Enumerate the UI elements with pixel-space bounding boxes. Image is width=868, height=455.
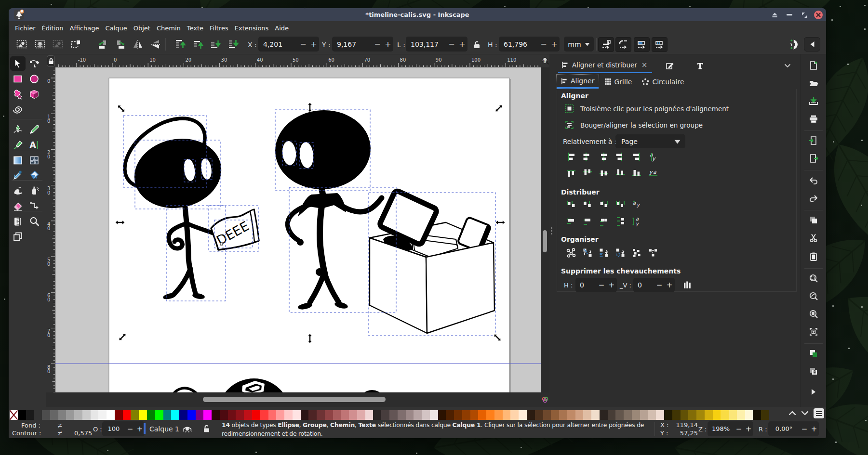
swatch[interactable]	[50, 410, 58, 420]
distribute-text-anchors-vertical[interactable]: ay	[630, 215, 643, 228]
swatch[interactable]	[74, 410, 82, 420]
align-top-to-anchor-bottom[interactable]	[564, 167, 578, 180]
dock-resize-grip[interactable]	[549, 224, 553, 237]
tool-star[interactable]	[10, 87, 26, 102]
remove-overlaps-button[interactable]	[681, 279, 694, 291]
swatch[interactable]	[357, 410, 365, 420]
menu-affichage[interactable]: Affichage	[69, 23, 99, 34]
swatch[interactable]	[373, 410, 381, 420]
redo-button[interactable]	[807, 192, 820, 205]
swatch[interactable]	[688, 410, 696, 420]
lock-guides-button[interactable]	[47, 55, 55, 67]
swatch[interactable]	[656, 410, 664, 420]
swatch[interactable]	[696, 410, 705, 420]
width-spinbox[interactable]: 103,117−+	[406, 37, 467, 52]
dock-collapse-button[interactable]	[779, 58, 796, 73]
swatch[interactable]	[430, 410, 438, 420]
cut-button[interactable]	[807, 232, 820, 244]
align-right-edges[interactable]	[614, 151, 627, 163]
distribute-centers-horizontally[interactable]	[581, 199, 594, 211]
swatch[interactable]	[244, 410, 252, 420]
tab-fill-stroke[interactable]	[660, 58, 680, 73]
swatch[interactable]	[293, 410, 301, 420]
tab-grille[interactable]: Grille	[601, 75, 636, 89]
swatch[interactable]	[123, 410, 131, 420]
swatch[interactable]	[640, 410, 648, 420]
menu-extensions[interactable]: Extensions	[235, 23, 269, 34]
swatch[interactable]	[486, 410, 494, 420]
menu-texte[interactable]: Texte	[187, 23, 203, 34]
tool-pages[interactable]	[10, 229, 26, 244]
swatch[interactable]	[583, 410, 591, 420]
swatch[interactable]	[349, 410, 357, 420]
swatch[interactable]	[42, 410, 50, 420]
move-gradients-toggle[interactable]	[634, 37, 650, 52]
tool-rectangle[interactable]	[10, 72, 26, 86]
swatch[interactable]	[632, 410, 640, 420]
commands-overflow-icon[interactable]	[807, 386, 820, 398]
swatch[interactable]	[600, 410, 608, 420]
swatch[interactable]	[268, 410, 277, 420]
menu-chemin[interactable]: Chemin	[157, 23, 181, 34]
distribute-equal-gaps-vertically[interactable]	[614, 215, 627, 228]
distribute-right-edges[interactable]	[597, 199, 611, 211]
swatch[interactable]	[745, 410, 753, 420]
horizontal-scrollbar[interactable]	[46, 392, 549, 407]
swatch[interactable]	[721, 410, 729, 420]
zoom-resize-toggle[interactable]: 1:1	[541, 55, 549, 66]
swatch-none[interactable]	[10, 410, 18, 420]
snap-toggle-icon[interactable]	[787, 37, 801, 52]
align-right-to-anchor-left[interactable]	[630, 151, 643, 163]
randomize-positions[interactable]	[630, 247, 643, 259]
swatch[interactable]	[139, 410, 147, 420]
swatch[interactable]	[559, 410, 567, 420]
swatch[interactable]	[615, 410, 624, 420]
palette-scroll-up-icon[interactable]	[788, 410, 796, 417]
tool-mesh-gradient[interactable]	[27, 153, 42, 168]
units-dropdown[interactable]: mm	[564, 37, 594, 52]
swatch[interactable]	[503, 410, 511, 420]
scale-corners-toggle[interactable]	[615, 37, 631, 52]
lock-ratio-icon[interactable]	[471, 37, 482, 52]
paste-button[interactable]	[807, 250, 820, 263]
overlap-v-spinbox[interactable]: 0 − +	[633, 278, 675, 292]
x-spinbox[interactable]: 4,201−+	[258, 37, 319, 52]
flip-vertical-button[interactable]	[148, 37, 163, 52]
snap-bar-collapse-button[interactable]	[804, 37, 820, 52]
swatch[interactable]	[308, 410, 317, 420]
swatch[interactable]	[284, 410, 293, 420]
align-text-anchor-vertical[interactable]: ay	[646, 151, 660, 163]
tool-pen[interactable]	[10, 122, 26, 137]
align-text-anchor-horizontal[interactable]: ya	[646, 167, 660, 180]
tab-text-font[interactable]	[691, 58, 710, 73]
swatch[interactable]	[212, 410, 220, 420]
swatch[interactable]	[147, 410, 155, 420]
swatch[interactable]	[34, 410, 42, 420]
swatch[interactable]	[664, 410, 672, 420]
lower-button[interactable]	[208, 37, 223, 52]
swatch[interactable]	[260, 410, 268, 420]
copy-button[interactable]	[807, 214, 820, 226]
swatch[interactable]	[317, 410, 325, 420]
menu-calque[interactable]: Calque	[106, 23, 127, 34]
menu-aide[interactable]: Aide	[275, 23, 289, 34]
tool-spiral[interactable]	[10, 102, 26, 117]
stroke-value[interactable]: ≠	[57, 429, 63, 437]
zoom-drawing-button[interactable]	[807, 290, 820, 302]
lower-to-bottom-button[interactable]	[226, 37, 240, 52]
close-dialog-icon[interactable]: ×	[641, 61, 648, 69]
swatch[interactable]	[341, 410, 349, 420]
tab-aligner[interactable]: Aligner	[557, 75, 599, 89]
print-button[interactable]	[807, 113, 820, 125]
align-handles-toggle[interactable]: Troisième clic pour les poignées d'align…	[565, 104, 729, 113]
vertical-scrollbar[interactable]	[541, 67, 549, 392]
overlap-h-spinbox[interactable]: 0 − +	[575, 278, 617, 292]
stroke-width-value[interactable]: 0,575	[74, 429, 92, 437]
current-layer-button[interactable]: Calque 1	[149, 425, 179, 433]
distribute-bottom-edges[interactable]	[597, 215, 611, 228]
rotation-spinbox[interactable]: 0,00° − +	[768, 421, 819, 436]
swatch[interactable]	[608, 410, 616, 420]
swatch[interactable]	[203, 410, 212, 420]
maximize-window-button[interactable]	[799, 10, 810, 20]
flip-horizontal-button[interactable]	[131, 37, 145, 52]
